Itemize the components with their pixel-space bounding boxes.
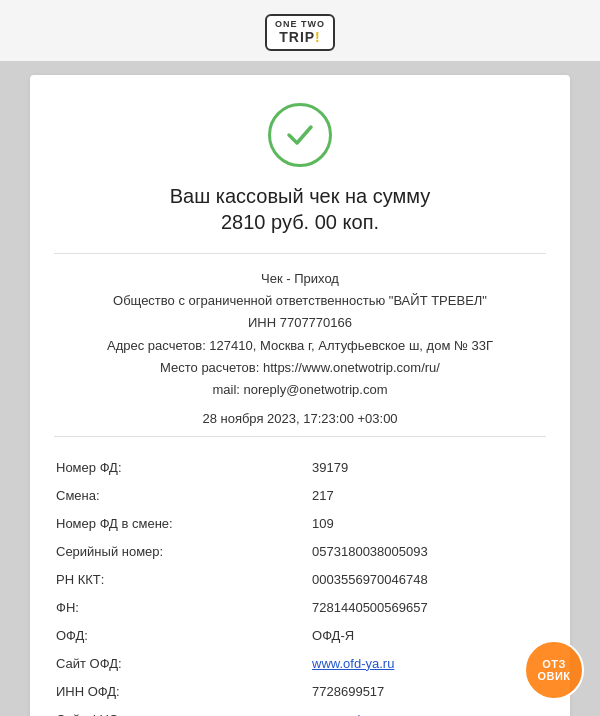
field-value: 109 xyxy=(312,511,544,537)
table-row: Номер ФД:39179 xyxy=(56,455,544,481)
table-row: РН ККТ:0003556970046748 xyxy=(56,567,544,593)
receipt-title: Ваш кассовый чек на сумму 2810 руб. 00 к… xyxy=(54,183,546,235)
table-row: ФН:7281440500569657 xyxy=(56,595,544,621)
logo-line2: TRIP! xyxy=(275,30,325,45)
field-label: Номер ФД в смене: xyxy=(56,511,310,537)
field-label: ИНН ОФД: xyxy=(56,679,310,705)
watermark: ОТЗОВИК xyxy=(524,640,584,700)
table-row: Номер ФД в смене:109 xyxy=(56,511,544,537)
field-value: 217 xyxy=(312,483,544,509)
info-table: Номер ФД:39179Смена:217Номер ФД в смене:… xyxy=(54,453,546,716)
field-label: Сайт ОФД: xyxy=(56,651,310,677)
table-row: ИНН ОФД:7728699517 xyxy=(56,679,544,705)
success-icon-wrap xyxy=(54,103,546,167)
divider-1 xyxy=(54,253,546,254)
field-label: ОФД: xyxy=(56,623,310,649)
field-value: 7281440500569657 xyxy=(312,595,544,621)
field-value: 0003556970046748 xyxy=(312,567,544,593)
header: ONE TWO TRIP! xyxy=(0,0,600,61)
table-row: Смена:217 xyxy=(56,483,544,509)
company-info: Чек - Приход Общество с ограниченной отв… xyxy=(54,268,546,401)
field-label: Сайт ФНС: xyxy=(56,707,310,716)
field-label: РН ККТ: xyxy=(56,567,310,593)
field-label: ФН: xyxy=(56,595,310,621)
check-circle xyxy=(268,103,332,167)
field-value: 39179 xyxy=(312,455,544,481)
field-label: Номер ФД: xyxy=(56,455,310,481)
table-row: Серийный номер:0573180038005093 xyxy=(56,539,544,565)
checkmark-icon xyxy=(282,117,318,153)
table-row: Сайт ОФД:www.ofd-ya.ru xyxy=(56,651,544,677)
date-line: 28 ноября 2023, 17:23:00 +03:00 xyxy=(54,411,546,426)
logo: ONE TWO TRIP! xyxy=(265,14,335,51)
field-label: Серийный номер: xyxy=(56,539,310,565)
field-value[interactable]: www.nalog.gov.ru xyxy=(312,707,544,716)
field-value[interactable]: www.ofd-ya.ru xyxy=(312,651,544,677)
field-label: Смена: xyxy=(56,483,310,509)
divider-2 xyxy=(54,436,546,437)
table-row: Сайт ФНС:www.nalog.gov.ru xyxy=(56,707,544,716)
receipt-card: Ваш кассовый чек на сумму 2810 руб. 00 к… xyxy=(30,75,570,716)
field-value: ОФД-Я xyxy=(312,623,544,649)
field-value: 0573180038005093 xyxy=(312,539,544,565)
table-row: ОФД:ОФД-Я xyxy=(56,623,544,649)
field-value: 7728699517 xyxy=(312,679,544,705)
